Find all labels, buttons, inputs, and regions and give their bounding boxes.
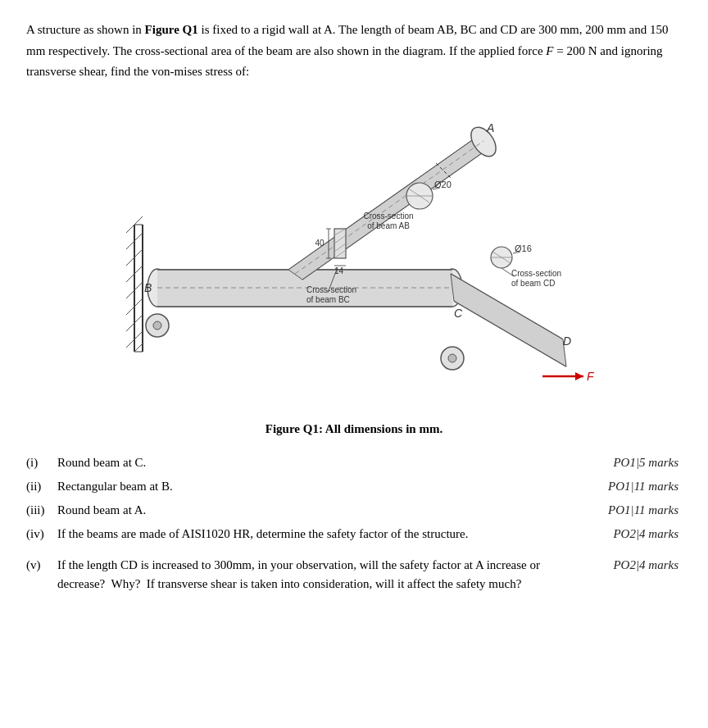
svg-point-40 [153,321,161,330]
svg-text:Ø16: Ø16 [515,243,532,253]
question-row-v: (v) If the length CD is increased to 300… [26,553,682,597]
q-marks-ii: PO1|11 marks [592,475,682,498]
svg-text:Cross-section: Cross-section [511,269,561,278]
figure-container: B C A D [26,98,682,417]
svg-text:of beam BC: of beam BC [306,295,350,304]
q-text-ii: Rectangular beam at B. [57,475,592,498]
gap-row [26,547,682,553]
q-marks-v: PO2|4 marks [592,553,682,597]
intro-paragraph: A structure as shown in Figure Q1 is fix… [26,20,682,83]
q-num-v: (v) [26,553,57,597]
q-num-ii: (ii) [26,475,57,498]
svg-text:14: 14 [334,266,344,275]
figure-caption-rest: All dimensions in mm. [323,422,442,435]
q-num-iii: (iii) [26,498,57,522]
q-marks-i: PO1|5 marks [592,451,682,475]
q-marks-iii: PO1|11 marks [592,498,682,522]
svg-text:of beam AB: of beam AB [367,221,410,230]
figure-q1-svg: B C A D [100,98,608,417]
svg-text:A: A [486,121,494,134]
svg-text:Cross-section: Cross-section [306,285,356,294]
question-row-iii: (iii) Round beam at A. PO1|11 marks [26,498,682,522]
question-row-i: (i) Round beam at C. PO1|5 marks [26,451,682,475]
svg-point-38 [448,354,456,362]
svg-text:B: B [144,281,152,294]
q-text-iii: Round beam at A. [57,498,592,522]
q-num-iv: (iv) [26,522,57,546]
svg-text:C: C [454,307,463,320]
q-num-i: (i) [26,451,57,475]
svg-rect-0 [100,98,608,417]
svg-text:40: 40 [315,239,324,248]
svg-text:of beam CD: of beam CD [511,279,555,288]
figure-caption: Figure Q1: All dimensions in mm. [26,422,682,436]
q-marks-iv: PO2|4 marks [592,522,682,546]
svg-text:Ø20: Ø20 [434,180,452,189]
svg-text:D: D [563,334,571,348]
q-text-v: If the length CD is increased to 300mm, … [57,553,592,597]
question-row-iv: (iv) If the beams are made of AISI1020 H… [26,522,682,546]
figure-caption-bold: Figure Q1: [266,422,323,435]
svg-text:F: F [587,370,595,383]
svg-text:Cross-section: Cross-section [363,212,413,221]
q-text-i: Round beam at C. [57,451,592,475]
q-text-iv: If the beams are made of AISI1020 HR, de… [57,522,592,546]
question-row-ii: (ii) Rectangular beam at B. PO1|11 marks [26,475,682,498]
questions-table: (i) Round beam at C. PO1|5 marks (ii) Re… [26,451,682,597]
